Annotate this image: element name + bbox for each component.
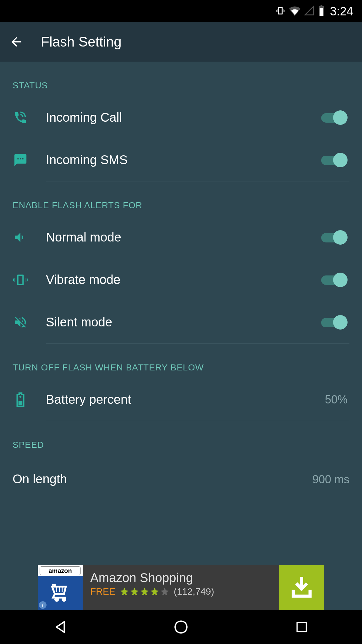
toggle-normal-mode[interactable] bbox=[321, 230, 348, 245]
page-title: Flash Setting bbox=[41, 34, 122, 50]
volume-icon bbox=[13, 230, 28, 245]
battery-percent-value: 50% bbox=[325, 393, 348, 406]
nav-back-button[interactable] bbox=[48, 614, 73, 640]
status-bar: 3:24 bbox=[275, 4, 353, 19]
sms-icon bbox=[13, 152, 28, 168]
ad-rating-stars bbox=[120, 587, 169, 596]
nav-home-button[interactable] bbox=[168, 614, 194, 640]
battery-icon bbox=[318, 5, 325, 18]
row-label: Silent mode bbox=[46, 315, 321, 329]
section-header-enable: ENABLE FLASH ALERTS FOR bbox=[13, 200, 349, 210]
row-label: Normal mode bbox=[46, 230, 321, 244]
ad-app-icon: amazon i bbox=[38, 565, 83, 610]
ad-review-count: (112,749) bbox=[174, 586, 214, 597]
vibrate-status-icon bbox=[275, 5, 286, 18]
section-header-status: STATUS bbox=[13, 80, 349, 91]
row-label: Incoming SMS bbox=[46, 153, 321, 167]
vibrate-icon bbox=[13, 272, 28, 288]
svg-point-0 bbox=[55, 598, 58, 601]
app-bar: Flash Setting bbox=[0, 22, 362, 62]
toggle-vibrate-mode[interactable] bbox=[321, 273, 348, 287]
row-incoming-call[interactable]: Incoming Call bbox=[13, 96, 349, 139]
row-label: Battery percent bbox=[46, 392, 325, 407]
ad-brand-text: amazon bbox=[40, 566, 81, 575]
phone-icon bbox=[13, 110, 28, 125]
svg-point-2 bbox=[175, 621, 187, 633]
status-time: 3:24 bbox=[330, 5, 353, 18]
toggle-silent-mode[interactable] bbox=[321, 315, 348, 330]
section-header-battery: TURN OFF FLASH WHEN BATTERY BELOW bbox=[13, 363, 349, 373]
toggle-incoming-call[interactable] bbox=[321, 110, 348, 125]
battery-icon bbox=[13, 392, 28, 408]
ad-title: Amazon Shopping bbox=[90, 571, 272, 585]
ad-info-icon[interactable]: i bbox=[39, 601, 47, 609]
back-button[interactable] bbox=[8, 33, 25, 51]
toggle-incoming-sms[interactable] bbox=[321, 153, 348, 167]
svg-rect-3 bbox=[297, 622, 306, 631]
on-length-value: 900 ms bbox=[312, 473, 349, 486]
ad-download-button[interactable] bbox=[279, 565, 324, 610]
divider bbox=[46, 343, 349, 344]
row-battery-percent[interactable]: Battery percent 50% bbox=[13, 378, 349, 421]
ad-price: FREE bbox=[90, 586, 115, 597]
divider bbox=[46, 181, 349, 181]
mute-icon bbox=[13, 314, 28, 330]
svg-point-1 bbox=[63, 598, 65, 601]
divider bbox=[46, 421, 349, 421]
ad-banner[interactable]: amazon i Amazon Shopping FREE (112,749) bbox=[38, 565, 324, 610]
navigation-bar bbox=[0, 610, 362, 644]
row-incoming-sms[interactable]: Incoming SMS bbox=[13, 139, 349, 181]
row-vibrate-mode[interactable]: Vibrate mode bbox=[13, 258, 349, 301]
row-label: Vibrate mode bbox=[46, 273, 321, 287]
nav-recent-button[interactable] bbox=[289, 614, 314, 640]
row-normal-mode[interactable]: Normal mode bbox=[13, 216, 349, 258]
wifi-icon bbox=[289, 5, 300, 18]
row-silent-mode[interactable]: Silent mode bbox=[13, 301, 349, 343]
row-on-length[interactable]: On length 900 ms bbox=[13, 472, 349, 486]
row-label: Incoming Call bbox=[46, 110, 321, 125]
on-length-label: On length bbox=[13, 472, 67, 486]
cell-signal-icon bbox=[304, 5, 315, 18]
section-header-speed: SPEED bbox=[13, 440, 349, 450]
